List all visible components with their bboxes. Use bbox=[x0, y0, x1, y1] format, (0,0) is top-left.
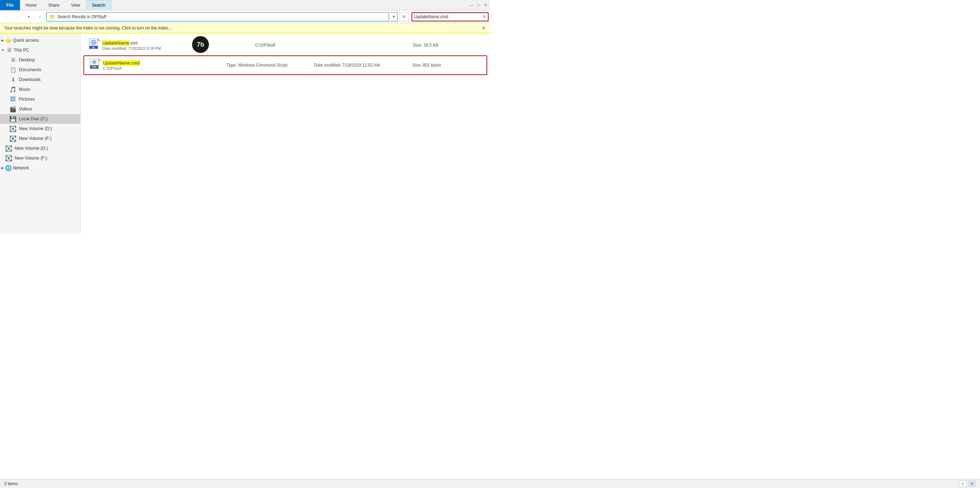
back-icon: ← bbox=[4, 14, 9, 20]
sidebar-local-disk-c-label: Local Disk (C:) bbox=[19, 116, 48, 121]
dropdown-icon: ▼ bbox=[27, 15, 30, 19]
file-row-xml[interactable]: XML UpdateName.xml Date modified: 7/10/2… bbox=[83, 36, 487, 55]
file-details-xml: UpdateName.xml Date modified: 7/10/2023 … bbox=[102, 40, 255, 51]
sidebar-item-new-volume-f2[interactable]: 💽 New Volume (F:) bbox=[0, 153, 80, 163]
forward-button[interactable]: → bbox=[13, 12, 22, 22]
file-size-cmd: Size: 801 bytes bbox=[412, 63, 482, 68]
address-path-icon: 📁 bbox=[49, 14, 56, 20]
network-chevron: ▶ bbox=[2, 166, 4, 170]
forward-icon: → bbox=[15, 14, 20, 20]
sidebar-item-new-volume-f[interactable]: 💽 New Volume (F:) bbox=[0, 134, 80, 144]
file-type-cmd: Type: Windows Command Script bbox=[226, 63, 314, 68]
desktop-icon: 🖥 bbox=[10, 57, 16, 63]
file-icon-xml: XML bbox=[88, 38, 102, 52]
address-bar: ← → ▼ ↑ 📁 Search Results in OPStuff › ▼ … bbox=[0, 11, 490, 23]
warning-bar: Your searches might be slow because the … bbox=[0, 23, 490, 33]
sidebar-item-downloads[interactable]: ⬇ Downloads bbox=[0, 75, 80, 85]
main-layout: ▶ ⭐ Quick access ▼ 🖥 This PC 🖥 Desktop 📋… bbox=[0, 33, 490, 234]
refresh-button[interactable]: ↻ bbox=[399, 12, 409, 21]
up-icon: ↑ bbox=[39, 14, 41, 20]
sidebar-desktop-label: Desktop bbox=[19, 57, 35, 62]
svg-text:CMD: CMD bbox=[92, 66, 96, 68]
tab-home[interactable]: Home bbox=[20, 0, 43, 10]
up-button[interactable]: ↑ bbox=[35, 12, 45, 22]
tab-file[interactable]: File bbox=[0, 0, 20, 10]
sidebar-item-this-pc[interactable]: ▼ 🖥 This PC bbox=[0, 45, 80, 55]
tab-share[interactable]: Share bbox=[43, 0, 65, 10]
address-path-chevron: › bbox=[108, 15, 109, 19]
sidebar-pictures-label: Pictures bbox=[19, 97, 35, 102]
svg-rect-14 bbox=[94, 60, 95, 61]
tab-view[interactable]: View bbox=[65, 0, 86, 10]
tab-search[interactable]: Search bbox=[86, 0, 111, 10]
network-label: Network bbox=[13, 166, 29, 171]
new-volume-f2-icon: 💽 bbox=[6, 155, 12, 161]
quick-access-label: Quick access bbox=[13, 38, 39, 43]
sidebar-item-music[interactable]: 🎵 Music bbox=[0, 85, 80, 94]
file-meta-cmd: C:\OPStuff bbox=[103, 66, 226, 70]
sidebar-item-new-volume-d[interactable]: 💽 New Volume (D:) bbox=[0, 124, 80, 134]
content-area: XML UpdateName.xml Date modified: 7/10/2… bbox=[81, 33, 490, 234]
address-dropdown-btn[interactable]: ▼ bbox=[390, 12, 398, 21]
file-meta-xml: Date modified: 7/10/2023 9:18 PM bbox=[102, 46, 255, 51]
file-name-xml: UpdateName.xml bbox=[102, 40, 255, 46]
ribbon-tabs: File Home Share View Search — □ ✕ bbox=[0, 0, 490, 11]
pictures-icon: 🖼 bbox=[10, 96, 16, 102]
annotation-7b: 7b bbox=[192, 36, 209, 53]
sidebar-music-label: Music bbox=[19, 87, 30, 92]
sidebar: ▶ ⭐ Quick access ▼ 🖥 This PC 🖥 Desktop 📋… bbox=[0, 33, 81, 234]
this-pc-chevron: ▼ bbox=[2, 48, 5, 52]
sidebar-new-volume-d-label: New Volume (D:) bbox=[19, 126, 52, 131]
file-date-cmd: Date modified: 7/18/2019 11:52 AM bbox=[314, 63, 412, 68]
sidebar-item-documents[interactable]: 📋 Documents bbox=[0, 65, 80, 75]
file-details-cmd: UpdateName.cmd C:\OPStuff bbox=[103, 60, 226, 70]
svg-rect-15 bbox=[94, 64, 95, 64]
warning-text[interactable]: Your searches might be slow because the … bbox=[4, 26, 172, 30]
network-icon: 🌐 bbox=[5, 165, 11, 171]
sidebar-videos-label: Videos bbox=[19, 107, 32, 112]
maximize-btn[interactable]: □ bbox=[476, 3, 481, 8]
this-pc-label: This PC bbox=[14, 48, 29, 53]
sidebar-item-quick-access[interactable]: ▶ ⭐ Quick access bbox=[0, 35, 80, 45]
file-name-xml-text: UpdateName bbox=[102, 40, 129, 46]
address-path[interactable]: 📁 Search Results in OPStuff › bbox=[46, 12, 389, 21]
sidebar-item-pictures[interactable]: 🖼 Pictures bbox=[0, 94, 80, 104]
sidebar-new-volume-f2-label: New Volume (F:) bbox=[15, 156, 47, 161]
sidebar-item-videos[interactable]: 🎬 Videos bbox=[0, 104, 80, 114]
back-button[interactable]: ← bbox=[2, 12, 11, 22]
sidebar-downloads-label: Downloads bbox=[19, 77, 41, 82]
documents-icon: 📋 bbox=[10, 67, 16, 73]
cmd-file-icon: CMD bbox=[89, 58, 102, 72]
ribbon-window-controls: — □ ✕ bbox=[467, 0, 490, 10]
file-icon-cmd: CMD bbox=[88, 58, 103, 72]
search-box: ✕ 7a bbox=[412, 12, 488, 21]
close-btn[interactable]: ✕ bbox=[483, 3, 488, 8]
new-volume-d2-icon: 💽 bbox=[6, 145, 12, 152]
ribbon-spacer bbox=[111, 0, 467, 10]
this-pc-icon: 🖥 bbox=[6, 47, 12, 53]
sidebar-item-new-volume-d2[interactable]: 💽 New Volume (D:) bbox=[0, 144, 80, 153]
file-size-xml: Size: 39.5 KB bbox=[413, 43, 483, 48]
svg-text:XML: XML bbox=[92, 46, 96, 49]
svg-rect-17 bbox=[95, 62, 95, 62]
sidebar-item-desktop[interactable]: 🖥 Desktop bbox=[0, 55, 80, 65]
sidebar-item-network[interactable]: ▶ 🌐 Network bbox=[0, 163, 80, 173]
file-name-cmd: UpdateName.cmd bbox=[103, 60, 226, 65]
minimize-btn[interactable]: — bbox=[469, 3, 474, 8]
quick-access-icon: ⭐ bbox=[5, 37, 11, 43]
file-location-xml: C:\OPStuff bbox=[255, 43, 325, 48]
videos-icon: 🎬 bbox=[10, 106, 16, 112]
file-name-cmd-text: UpdateName.cmd bbox=[103, 60, 140, 65]
svg-rect-16 bbox=[91, 62, 92, 62]
dropdown-history-button[interactable]: ▼ bbox=[24, 12, 33, 22]
xml-file-icon: XML bbox=[89, 38, 101, 52]
search-input[interactable] bbox=[414, 14, 483, 19]
warning-close-button[interactable]: ✕ bbox=[482, 25, 486, 31]
file-row-cmd[interactable]: CMD UpdateName.cmd C:\OPStuff Type: Wind… bbox=[83, 56, 487, 75]
music-icon: 🎵 bbox=[10, 86, 16, 92]
sidebar-item-local-disk-c[interactable]: 💾 Local Disk (C:) bbox=[0, 114, 80, 124]
svg-marker-1 bbox=[98, 38, 100, 41]
refresh-icon: ↻ bbox=[402, 14, 406, 19]
search-clear-button[interactable]: ✕ bbox=[483, 14, 486, 19]
local-disk-c-icon: 💾 bbox=[10, 116, 16, 122]
